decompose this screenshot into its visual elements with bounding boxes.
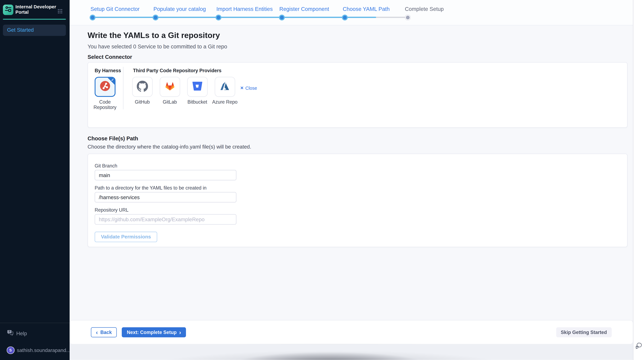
main-content: Write the YAMLs to a Git repository You … bbox=[70, 26, 633, 360]
page-title: Write the YAMLs to a Git repository bbox=[88, 31, 220, 40]
step-dot-2[interactable] bbox=[152, 14, 158, 20]
step-label-register-component[interactable]: Register Component bbox=[280, 6, 329, 12]
connector-tile-bitbucket[interactable] bbox=[187, 77, 208, 97]
step-dot-4[interactable] bbox=[279, 14, 284, 20]
close-connector-picker[interactable]: ✕ Close bbox=[240, 86, 257, 91]
pipeline-logo-icon bbox=[4, 5, 12, 14]
help-chat-icon: ? bbox=[7, 330, 14, 337]
directory-path-label: Path to a directory for the YAML files t… bbox=[95, 186, 206, 191]
tile-label-azure-repo: Azure Repo bbox=[211, 99, 238, 105]
step-label-complete-setup: Complete Setup bbox=[405, 6, 444, 12]
validate-permissions-button[interactable]: Validate Permissions bbox=[95, 232, 157, 242]
azure-icon bbox=[220, 81, 230, 93]
connector-tile-code-repository[interactable]: ✓ bbox=[94, 77, 115, 97]
stepper-track-progress bbox=[92, 17, 376, 18]
step-dot-5[interactable] bbox=[342, 14, 348, 20]
repository-url-label: Repository URL bbox=[95, 208, 128, 213]
selected-check-icon: ✓ bbox=[111, 78, 114, 82]
chevron-right-icon: › bbox=[179, 329, 181, 335]
step-dot-3[interactable] bbox=[216, 14, 222, 20]
apps-grid-icon[interactable] bbox=[58, 8, 62, 13]
step-label-choose-yaml-path[interactable]: Choose YAML Path bbox=[343, 6, 390, 12]
select-connector-label: Select Connector bbox=[88, 54, 132, 60]
sidebar-bottom-divider bbox=[0, 322, 70, 323]
directory-path-input[interactable] bbox=[95, 192, 236, 203]
close-icon: ✕ bbox=[240, 86, 244, 90]
github-icon bbox=[137, 80, 148, 93]
chevron-left-icon: ‹ bbox=[96, 329, 98, 335]
tile-label-bitbucket: Bitbucket bbox=[184, 99, 211, 105]
wizard-stepper: Setup Git Connector Populate your catalo… bbox=[70, 0, 633, 26]
back-button[interactable]: ‹ Back bbox=[91, 327, 117, 337]
skip-getting-started-button[interactable]: Skip Getting Started bbox=[556, 327, 612, 337]
connector-card: By Harness Third Party Code Repository P… bbox=[88, 62, 628, 128]
right-gutter bbox=[633, 0, 644, 360]
tile-label-code-repository: Code Repository bbox=[92, 99, 118, 110]
user-menu[interactable]: S sathish.soundarapand... bbox=[6, 346, 70, 354]
tile-label-github: GitHub bbox=[129, 99, 156, 105]
connector-tile-github[interactable] bbox=[132, 77, 152, 97]
user-name: sathish.soundarapand... bbox=[17, 347, 70, 353]
step-label-setup-git-connector[interactable]: Setup Git Connector bbox=[90, 6, 140, 12]
by-harness-label: By Harness bbox=[95, 68, 121, 73]
wizard-footer: ‹ Back Next: Complete Setup › Skip Getti… bbox=[70, 321, 633, 344]
help-button[interactable]: ? Help bbox=[7, 330, 27, 337]
page-subtitle: You have selected 0 Service to be commit… bbox=[88, 44, 227, 50]
connector-tile-gitlab[interactable] bbox=[160, 77, 180, 97]
tile-label-gitlab: GitLab bbox=[156, 99, 183, 105]
sidebar: Internal Developer Portal Get Started ? … bbox=[0, 0, 70, 360]
step-dot-6 bbox=[405, 14, 411, 20]
git-branch-input[interactable] bbox=[95, 170, 236, 181]
harness-idp-logo bbox=[3, 5, 13, 15]
git-branch-label: Git Branch bbox=[95, 163, 117, 168]
help-label: Help bbox=[16, 331, 27, 336]
connector-tile-azure-repo[interactable] bbox=[215, 77, 235, 97]
file-path-card: Git Branch Path to a directory for the Y… bbox=[88, 153, 628, 247]
next-complete-setup-button[interactable]: Next: Complete Setup › bbox=[122, 327, 186, 337]
group-divider bbox=[123, 67, 123, 109]
app-title: Internal Developer Portal bbox=[16, 4, 56, 15]
user-avatar: S bbox=[6, 346, 14, 354]
support-chat-icon[interactable] bbox=[635, 342, 642, 349]
bitbucket-icon bbox=[192, 81, 203, 93]
gitlab-icon bbox=[164, 80, 175, 93]
sidebar-item-get-started[interactable]: Get Started bbox=[3, 25, 66, 36]
choose-path-description: Choose the directory where the catalog-i… bbox=[88, 144, 251, 150]
step-label-populate-your-catalog[interactable]: Populate your catalog bbox=[154, 6, 206, 12]
choose-path-label: Choose File(s) Path bbox=[88, 135, 138, 141]
repository-url-input[interactable] bbox=[95, 214, 236, 225]
step-label-import-harness-entities[interactable]: Import Harness Entities bbox=[216, 6, 273, 12]
step-dot-1[interactable] bbox=[90, 14, 96, 20]
app-window: Internal Developer Portal Get Started ? … bbox=[0, 0, 644, 360]
bottom-strip bbox=[70, 344, 633, 360]
svg-text:?: ? bbox=[8, 330, 10, 333]
third-party-label: Third Party Code Repository Providers bbox=[133, 68, 222, 73]
sidebar-accent-divider bbox=[3, 19, 66, 19]
